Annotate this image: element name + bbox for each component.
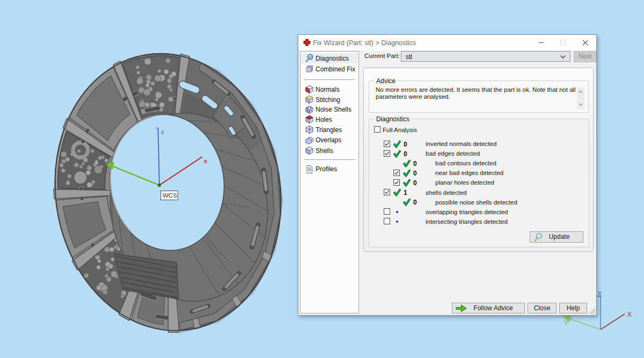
svg-text:Z: Z bbox=[597, 291, 601, 298]
svg-text:X: X bbox=[627, 311, 632, 318]
svg-text:WCS: WCS bbox=[163, 192, 177, 199]
svg-text:z: z bbox=[161, 129, 164, 135]
svg-text:Y: Y bbox=[564, 319, 568, 327]
svg-text:x: x bbox=[204, 158, 208, 164]
